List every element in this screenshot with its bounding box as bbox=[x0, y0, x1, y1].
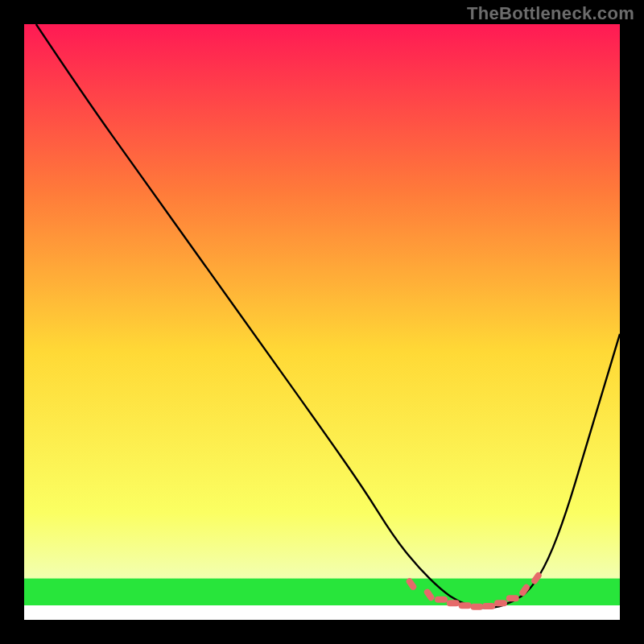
chart-svg bbox=[24, 24, 620, 620]
chart-frame: TheBottleneck.com bbox=[0, 0, 644, 644]
optimal-marker bbox=[506, 595, 519, 601]
optimal-marker bbox=[459, 602, 472, 609]
gradient-background bbox=[24, 24, 620, 620]
attribution-text: TheBottleneck.com bbox=[467, 3, 634, 24]
plot-area bbox=[24, 24, 620, 620]
optimal-marker bbox=[435, 597, 448, 603]
optimal-marker bbox=[447, 600, 460, 606]
optimal-marker bbox=[494, 600, 507, 606]
optimal-marker bbox=[482, 603, 495, 609]
optimal-marker bbox=[470, 604, 483, 610]
